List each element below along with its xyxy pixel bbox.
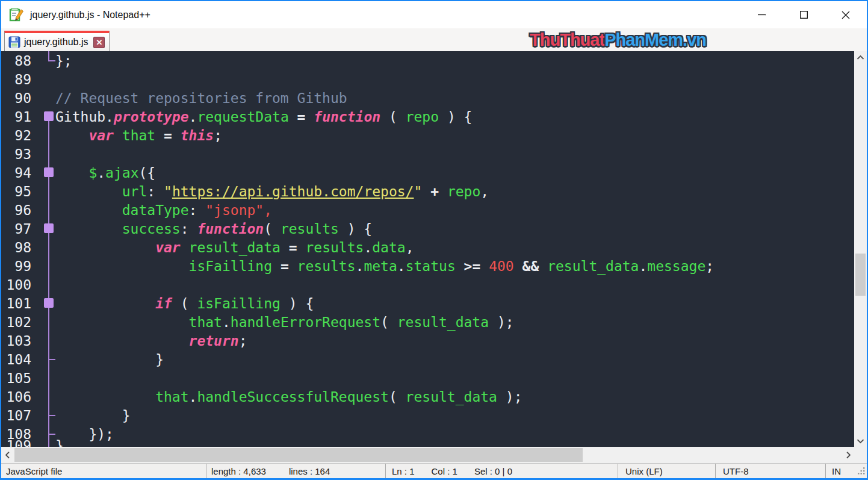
code-line[interactable]: 104} [1,350,854,369]
fold-margin[interactable] [35,182,55,201]
code-text[interactable]: var result_data = results.data, [55,240,854,255]
code-editor[interactable]: 88};8990// Request repositories from Git… [1,51,854,447]
fold-margin[interactable] [35,70,55,89]
fold-margin[interactable] [35,201,55,219]
code-line[interactable]: 106that.handleSuccessfulRequest( result_… [1,387,854,406]
vertical-scrollbar-thumb[interactable] [855,254,866,296]
code-text[interactable]: }; [55,53,854,69]
code-line[interactable]: 103return; [1,331,854,350]
tab-close-icon[interactable]: ✕ [93,37,105,48]
fold-marker-icon[interactable] [44,223,54,233]
line-number[interactable]: 107 [1,408,35,423]
fold-margin[interactable] [35,387,55,406]
code-text[interactable]: success: function( results ) { [55,221,854,237]
fold-margin[interactable] [35,350,55,369]
code-text[interactable]: that.handleErrorRequest( result_data ); [55,314,854,330]
tab-jquery-github-js[interactable]: jquery.github.js ✕ [4,31,110,51]
code-line[interactable]: 98var result_data = results.data, [1,238,854,257]
minimize-button[interactable] [740,1,783,28]
fold-margin[interactable] [35,238,55,257]
code-text[interactable]: Github.prototype.requestData = function … [55,109,854,125]
code-line[interactable]: 101if ( isFailling ) { [1,294,854,313]
fold-margin[interactable] [35,145,55,163]
horizontal-scrollbar-thumb[interactable] [14,448,583,462]
fold-marker-icon[interactable] [44,111,54,121]
line-number[interactable]: 92 [1,128,35,143]
fold-margin[interactable] [35,107,55,126]
fold-margin[interactable] [35,313,55,331]
code-text[interactable]: var that = this; [55,128,854,143]
code-text[interactable]: dataType: "jsonp", [55,202,854,218]
line-number[interactable]: 109 [1,438,35,447]
code-line[interactable]: 105 [1,369,854,387]
code-line[interactable]: 88}; [1,51,854,70]
line-number[interactable]: 98 [1,240,35,255]
scroll-down-button[interactable] [854,435,867,447]
fold-margin[interactable] [35,406,55,425]
code-line[interactable]: 107} [1,406,854,425]
close-button[interactable] [825,1,867,28]
line-number[interactable]: 96 [1,202,35,218]
fold-margin[interactable] [35,126,55,145]
line-number[interactable]: 89 [1,72,35,87]
code-text[interactable]: url: "https://api.github.com/repos/" + r… [55,184,854,199]
line-number[interactable]: 90 [1,90,35,106]
line-number[interactable]: 103 [1,333,35,349]
scroll-up-button[interactable] [854,51,867,63]
code-line[interactable]: 102that.handleErrorRequest( result_data … [1,313,854,331]
code-text[interactable]: } [55,408,854,423]
code-line[interactable]: 100 [1,275,854,294]
fold-marker-icon[interactable] [44,167,54,177]
horizontal-scrollbar[interactable] [1,447,854,463]
fold-margin[interactable] [35,89,55,107]
code-text[interactable]: return; [55,333,854,349]
line-number[interactable]: 93 [1,146,35,162]
fold-margin[interactable] [35,51,55,70]
code-text[interactable]: } [55,438,854,447]
code-line[interactable]: 97success: function( results ) { [1,219,854,238]
line-number[interactable]: 88 [1,53,35,69]
vertical-scrollbar[interactable] [854,51,867,463]
code-line[interactable]: 99isFailling = results.meta.status >= 40… [1,257,854,275]
line-number[interactable]: 105 [1,370,35,386]
fold-margin[interactable] [35,331,55,350]
code-text[interactable]: // Request repositories from Github [55,90,854,106]
line-number[interactable]: 100 [1,277,35,293]
fold-margin[interactable] [35,369,55,387]
line-number[interactable]: 102 [1,314,35,330]
vertical-scrollbar-track[interactable] [854,63,867,435]
maximize-button[interactable] [783,1,825,28]
fold-margin[interactable] [35,219,55,238]
code-text[interactable]: that.handleSuccessfulRequest( result_dat… [55,389,854,405]
code-text[interactable]: $.ajax({ [55,165,854,181]
code-text[interactable]: } [55,352,854,367]
fold-margin[interactable] [35,294,55,313]
code-line[interactable]: 95url: "https://api.github.com/repos/" +… [1,182,854,201]
scroll-right-button[interactable] [842,447,854,463]
fold-margin[interactable] [35,163,55,182]
horizontal-scrollbar-track[interactable] [13,447,842,463]
fold-margin[interactable] [35,257,55,275]
code-text[interactable]: isFailling = results.meta.status >= 400 … [55,258,854,274]
code-line[interactable]: 91Github.prototype.requestData = functio… [1,107,854,126]
code-line[interactable]: 96dataType: "jsonp", [1,201,854,219]
line-number[interactable]: 106 [1,389,35,405]
line-number[interactable]: 95 [1,184,35,199]
code-text[interactable]: if ( isFailling ) { [55,296,854,311]
fold-marker-icon[interactable] [44,298,54,308]
line-number[interactable]: 104 [1,352,35,367]
line-number[interactable]: 97 [1,221,35,237]
code-line[interactable]: 94$.ajax({ [1,163,854,182]
scroll-left-button[interactable] [1,447,13,463]
line-number[interactable]: 99 [1,258,35,274]
code-line[interactable]: 90// Request repositories from Github [1,89,854,107]
fold-margin[interactable] [35,425,55,443]
code-line[interactable]: 92var that = this; [1,126,854,145]
fold-margin[interactable] [35,275,55,294]
line-number[interactable]: 94 [1,165,35,181]
line-number[interactable]: 101 [1,296,35,311]
resize-grip[interactable] [857,467,866,477]
code-line[interactable]: 89 [1,70,854,89]
code-line[interactable]: 93 [1,145,854,163]
line-number[interactable]: 91 [1,109,35,125]
